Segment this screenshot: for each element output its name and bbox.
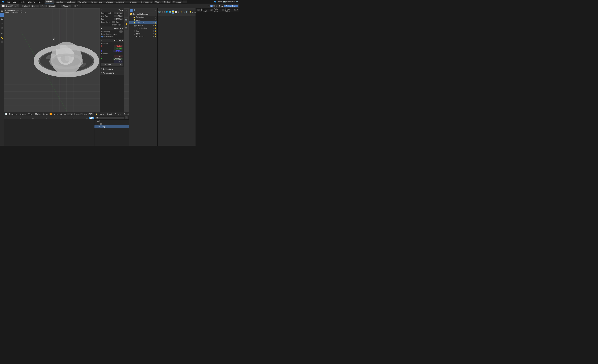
jump-start-btn[interactable]: ⏮ xyxy=(45,113,48,115)
scene-view-icon[interactable]: 👁 xyxy=(130,9,133,12)
cursor-3d-header[interactable]: ▼ 3D Cursor xyxy=(100,39,124,42)
viewport-shading-solid[interactable]: ⬡ xyxy=(210,5,213,7)
scene-torus-001-row[interactable]: ⬡ Torus.001 👁 🔒 xyxy=(129,35,157,38)
tool-transform[interactable]: ⊞ xyxy=(0,26,4,29)
mode-selector[interactable]: ⬜ Object Mode ▼ xyxy=(1,5,19,8)
restrict-icon-area-001[interactable]: 🔒 xyxy=(155,22,157,24)
tab-compositing[interactable]: Compositing xyxy=(139,0,153,3)
asset-hair-item[interactable]: ▶ Hair xyxy=(94,122,129,125)
clip-end-value[interactable]: 1000 m xyxy=(114,18,123,20)
focal-length-value[interactable]: 50 mm xyxy=(114,12,123,14)
restrict-icon-camera[interactable]: 🔒 xyxy=(155,24,157,26)
restrict-icon-sun[interactable]: 🔒 xyxy=(155,30,157,32)
scene-camera-row[interactable]: 📷 Camera 👁 🔒 xyxy=(129,24,157,27)
view-section-header[interactable]: ▼ View xyxy=(100,8,124,12)
viewport-shading-wire[interactable]: ⬡ xyxy=(208,5,209,7)
tool-cursor[interactable]: ⊕ xyxy=(0,9,4,13)
props-scene-icon[interactable]: 🌐 xyxy=(166,10,168,14)
tab-modeling[interactable]: Modeling xyxy=(54,0,65,3)
lock-to-obj-toggle[interactable] xyxy=(119,31,123,32)
transform-orientation[interactable]: Global ▼ xyxy=(62,5,71,8)
collection-root-row[interactable]: ▼ 📁 Collection 👁 xyxy=(129,16,157,18)
visibility-icon-sun[interactable]: 👁 xyxy=(153,30,154,32)
tool-scale[interactable]: ⤢ xyxy=(0,22,4,25)
render-btn[interactable]: 🎬 xyxy=(125,26,128,30)
props-particle-icon[interactable]: ✦ xyxy=(178,10,179,14)
visibility-icon-area-001[interactable]: 👁 xyxy=(153,22,154,24)
menu-blender[interactable]: 🔷 xyxy=(1,0,6,3)
menu-help[interactable]: Help xyxy=(36,0,43,3)
props-world-icon[interactable]: 🌍 xyxy=(169,10,171,14)
collections-section-header[interactable]: ▶ Collections xyxy=(100,67,124,71)
filter-icon[interactable]: ▽ xyxy=(155,9,156,11)
tab-layout[interactable]: Layout xyxy=(45,0,54,3)
cursor-y-value[interactable]: -6.206 m xyxy=(114,48,123,50)
tab-texture-paint[interactable]: Texture Paint xyxy=(89,0,104,3)
props-material-icon[interactable]: ⬜ xyxy=(175,10,177,14)
3d-viewport[interactable]: Camera Perspective (129) Collection | Ar… xyxy=(4,8,129,112)
props-view-layer-icon[interactable]: ◫ xyxy=(164,10,166,14)
tool-rotate[interactable]: ↻ xyxy=(0,17,4,21)
timeline-ruler[interactable]: 0 20 40 60 80 100 120 129 140 160 180 20… xyxy=(4,116,94,119)
menu-render[interactable]: Render xyxy=(18,0,26,3)
rotation-mode-dropdown[interactable]: XYZ Euler ▼ xyxy=(101,63,123,66)
tab-rendering[interactable]: Rendering xyxy=(127,0,139,3)
local-cam-toggle[interactable] xyxy=(112,21,115,23)
scene-area-row[interactable]: 💡 Area 👁 xyxy=(129,18,157,21)
auto-key-dot[interactable] xyxy=(43,113,45,115)
jump-end-btn[interactable]: ⏭ xyxy=(64,113,67,115)
asset-catalog-menu[interactable]: Catalog xyxy=(114,113,122,115)
props-search-icon[interactable]: 🔍 xyxy=(186,11,188,13)
start-frame-display[interactable]: 1 xyxy=(80,113,83,115)
rotation-y-value[interactable]: -0.000015° xyxy=(113,58,123,60)
rotation-x-value[interactable]: 48° xyxy=(114,55,123,57)
tool-add[interactable]: ⬛ xyxy=(0,40,4,44)
play-btn[interactable]: ▶ xyxy=(56,113,58,115)
asset-view-menu[interactable]: View xyxy=(99,113,105,115)
annotations-section-header[interactable]: ▶ Annotations xyxy=(100,71,124,75)
select-box-button[interactable]: Select Box ▼ xyxy=(224,5,238,7)
menu-window[interactable]: Window xyxy=(27,0,36,3)
scene-torus-row[interactable]: ⬡ Torus 👁 🔒 xyxy=(129,32,157,35)
falloff-icon[interactable]: ∿ xyxy=(79,5,80,7)
tool-move[interactable]: ✛ xyxy=(0,13,4,17)
snap-icon[interactable]: ⊞ xyxy=(74,5,76,7)
step-forward-btn[interactable]: ▶▶ xyxy=(59,113,63,115)
props-constraints-icon[interactable]: 🔗 xyxy=(183,10,185,14)
view-menu-btn[interactable]: View xyxy=(22,5,30,8)
local-cam-clear[interactable]: ✕ xyxy=(120,21,121,23)
scene-sun-row[interactable]: ☀ Sun 👁 🔒 xyxy=(129,30,157,32)
timeline-view-menu[interactable]: View xyxy=(28,113,33,115)
end-frame-display[interactable]: 240 xyxy=(88,113,93,115)
tab-scripting[interactable]: Scripting xyxy=(172,0,183,3)
select-menu-btn[interactable]: Select xyxy=(31,5,39,8)
view-lock-header[interactable]: ▶ View Lock xyxy=(100,26,124,30)
zoom-in-btn[interactable]: + xyxy=(125,9,128,13)
step-backward-btn[interactable]: ◀ xyxy=(53,113,56,115)
asset-filter-dropdown[interactable]: All ▼ xyxy=(96,117,124,119)
cursor-z-value[interactable]: -0.1214 m xyxy=(113,50,123,52)
timeline-marker-menu[interactable]: Marker xyxy=(34,113,42,115)
search-scene-icon[interactable]: 🔍 xyxy=(134,9,136,11)
cursor-x-value[interactable]: -3.121 m xyxy=(114,45,123,47)
viewport-shading-render[interactable]: ⬡ xyxy=(216,5,217,7)
hand-btn[interactable]: ✋ xyxy=(125,22,128,26)
visibility-icon-torus[interactable]: 👁 xyxy=(153,33,154,35)
tool-measure[interactable]: 📏 xyxy=(0,36,4,40)
tab-add[interactable]: + xyxy=(183,0,187,3)
camera-btn[interactable]: 📷 xyxy=(125,18,128,22)
add-menu-btn[interactable]: Add xyxy=(40,5,47,8)
scene-curved-sphere-row[interactable]: ⬡ curved sphere 👁 🔒 xyxy=(129,27,157,30)
viewport-shading-material[interactable]: ⬡ xyxy=(213,5,215,7)
current-frame-display[interactable]: 129 xyxy=(67,113,73,115)
asset-unassigned-item[interactable]: · Unassigned xyxy=(94,125,129,128)
object-menu-btn[interactable]: Object xyxy=(48,5,56,8)
props-object-data-icon[interactable]: 💡 xyxy=(172,10,174,14)
scene-area-001-row[interactable]: 💡 Area.001 👁 🔒 xyxy=(129,21,157,24)
props-output-icon[interactable]: 🖥 xyxy=(161,10,163,14)
asset-all-item[interactable]: ▼ All xyxy=(94,120,129,122)
tab-sculpting[interactable]: Sculpting xyxy=(65,0,76,3)
restrict-icon-torus[interactable]: 🔒 xyxy=(155,33,157,35)
asset-refresh-btn[interactable]: ↻ xyxy=(125,116,128,119)
visibility-icon-camera[interactable]: 👁 xyxy=(153,24,154,26)
